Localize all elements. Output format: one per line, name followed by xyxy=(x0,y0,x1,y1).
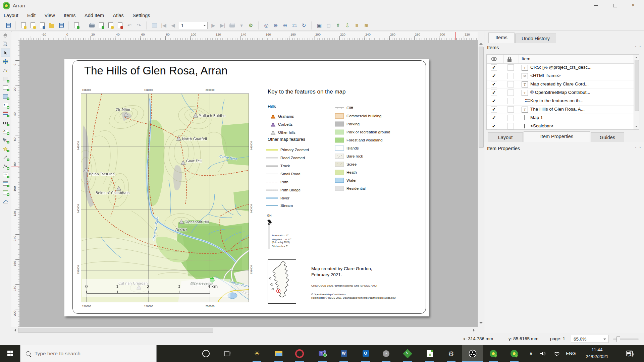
zoom-out-button[interactable]: ⊖ xyxy=(281,21,289,30)
layout-manager-button[interactable] xyxy=(47,21,56,30)
taskbar-app-opera[interactable] xyxy=(291,345,308,362)
add-node-item-tool[interactable] xyxy=(1,162,10,170)
scroll-up-icon[interactable] xyxy=(635,56,638,58)
item-row[interactable]: ✓ T © OpenStreetMap Contribut... xyxy=(487,88,639,97)
add-map-tool[interactable] xyxy=(1,83,10,92)
tab-undo-history[interactable]: Undo History xyxy=(515,34,556,43)
select-move-item-tool[interactable] xyxy=(1,49,10,57)
add-picture-tool[interactable] xyxy=(1,92,10,101)
item-row[interactable]: ✓ T Map created by Clare Gord... xyxy=(487,80,639,89)
canvas-horizontal-scrollbar[interactable] xyxy=(11,327,478,333)
item-row[interactable]: ✓ <Scalebar> xyxy=(487,122,639,130)
menu-layout[interactable]: Layout xyxy=(0,11,22,19)
rename-layout-button[interactable] xyxy=(38,21,47,30)
taskbar-app-settings[interactable]: ⚙ xyxy=(443,345,459,362)
lock-checkbox[interactable] xyxy=(507,89,514,96)
zoom-full-button[interactable]: ◎ xyxy=(262,21,271,30)
tray-clock[interactable]: 11:44 24/02/2021 xyxy=(579,347,615,360)
item-label[interactable]: <Scalebar> xyxy=(530,123,553,128)
visibility-checkbox[interactable]: ✓ xyxy=(491,64,497,71)
duplicate-layout-button[interactable] xyxy=(29,21,37,30)
zoom-slider[interactable] xyxy=(613,339,639,340)
layout-canvas[interactable]: The Hills of Glen Rosa, Arran 196000 198… xyxy=(19,40,478,327)
canvas-vertical-scrollbar[interactable] xyxy=(478,40,484,327)
task-view-button[interactable] xyxy=(220,345,236,362)
close-panel-icon[interactable]: × xyxy=(639,45,641,48)
tab-layout[interactable]: Layout xyxy=(488,132,523,142)
add-elevation-profile-tool[interactable] xyxy=(1,197,10,205)
new-layout-button[interactable] xyxy=(19,21,28,30)
chevron-down-icon[interactable] xyxy=(203,25,206,27)
scroll-right-icon[interactable] xyxy=(473,328,476,332)
visibility-checkbox[interactable]: ✓ xyxy=(491,123,497,129)
zoom-in-button[interactable]: ⊕ xyxy=(271,21,280,30)
zoom-actual-button[interactable]: 1:1 xyxy=(290,21,299,30)
map-title-label[interactable]: The Hills of Glen Rosa, Arran xyxy=(84,64,227,77)
raise-items-button[interactable]: ⇧ xyxy=(334,21,342,30)
taskbar-app-photos[interactable]: ☀ xyxy=(249,345,265,362)
overview-map-item[interactable] xyxy=(268,259,296,304)
menu-edit[interactable]: Edit xyxy=(23,11,39,19)
add-legend-tool[interactable] xyxy=(1,110,10,118)
scroll-down-icon[interactable] xyxy=(479,322,483,325)
item-row[interactable]: ✓ T CRS: [% @project_crs_desc... xyxy=(487,63,639,72)
zoom-slider-handle[interactable] xyxy=(616,336,620,342)
taskbar-app-obs-active[interactable] xyxy=(462,345,483,362)
add-pages-button[interactable] xyxy=(72,21,81,30)
lock-checkbox[interactable] xyxy=(507,123,514,129)
taskbar-app-backup-tool[interactable]: ↗ xyxy=(378,345,394,362)
taskbar-app-vim[interactable]: V xyxy=(399,345,416,362)
add-north-arrow-tool[interactable]: A xyxy=(1,127,10,135)
item-label[interactable]: The Hills of Glen Rosa, A... xyxy=(530,107,585,112)
chevron-down-icon[interactable] xyxy=(603,339,606,341)
item-row[interactable]: ✓ Map 1 xyxy=(487,114,639,122)
lock-checkbox[interactable] xyxy=(507,73,514,79)
lock-items-button[interactable]: ◻ xyxy=(324,21,333,30)
add-html-tool[interactable]: </> xyxy=(1,171,10,179)
lock-checkbox[interactable] xyxy=(507,106,514,113)
add-fixed-table-tool[interactable] xyxy=(1,188,10,196)
taskbar-app-qgis-1[interactable] xyxy=(485,345,501,362)
export-image-button[interactable] xyxy=(97,21,106,30)
save-project-button[interactable] xyxy=(4,21,12,30)
item-row[interactable]: ✓ Key to the features on th... xyxy=(487,97,639,106)
add-label-tool[interactable]: T xyxy=(1,101,10,109)
close-button[interactable]: × xyxy=(624,0,643,10)
atlas-first-feature-button[interactable]: |◀ xyxy=(159,21,168,30)
visibility-checkbox[interactable]: ✓ xyxy=(491,98,497,104)
export-pdf-button[interactable] xyxy=(116,21,124,30)
visibility-checkbox[interactable]: ✓ xyxy=(491,81,497,87)
atlas-last-feature-button[interactable]: ▶| xyxy=(218,21,227,30)
tray-language-button[interactable]: ENG xyxy=(563,345,579,362)
taskbar-app-qgis-2[interactable] xyxy=(506,345,522,362)
lock-checkbox[interactable] xyxy=(507,115,514,121)
atlas-preview-button[interactable] xyxy=(150,21,159,30)
item-label[interactable]: © OpenStreetMap Contribut... xyxy=(530,90,590,95)
scrollbar-thumb[interactable] xyxy=(635,60,639,111)
menu-view[interactable]: View xyxy=(41,11,58,19)
scroll-down-icon[interactable] xyxy=(635,126,638,128)
float-panel-icon[interactable]: ▫ xyxy=(635,146,636,149)
atlas-next-feature-button[interactable]: ▶ xyxy=(209,21,218,30)
map-item[interactable]: Cìr Mhòr Mullach Buidhe North Goatfell G… xyxy=(81,94,249,302)
layout-page[interactable]: The Hills of Glen Rosa, Arran 196000 198… xyxy=(64,59,429,316)
scrollbar-thumb[interactable] xyxy=(18,328,213,333)
visibility-checkbox[interactable]: ✓ xyxy=(491,89,497,96)
taskbar-app-word[interactable]: W xyxy=(336,345,352,362)
add-scalebar-tool[interactable] xyxy=(1,118,10,127)
print-button[interactable] xyxy=(88,21,96,30)
visibility-checkbox[interactable]: ✓ xyxy=(491,73,497,79)
item-label[interactable]: CRS: [% @project_crs_desc... xyxy=(530,65,592,70)
add-arrow-tool[interactable] xyxy=(1,153,10,162)
visibility-checkbox[interactable]: ✓ xyxy=(491,115,497,121)
scrollbar-thumb[interactable] xyxy=(479,47,484,148)
item-label[interactable]: Key to the features on th... xyxy=(530,98,583,103)
maximize-button[interactable] xyxy=(606,0,625,10)
atlas-previous-feature-button[interactable]: ◀ xyxy=(169,21,177,30)
save-as-template-button[interactable] xyxy=(57,21,65,30)
item-label[interactable]: <HTML frame> xyxy=(530,73,560,78)
lock-checkbox[interactable] xyxy=(507,98,514,104)
atlas-settings-button[interactable]: ⚙ xyxy=(247,21,255,30)
minimize-button[interactable] xyxy=(586,0,605,10)
item-label[interactable]: Map created by Clare Gord... xyxy=(530,81,589,86)
